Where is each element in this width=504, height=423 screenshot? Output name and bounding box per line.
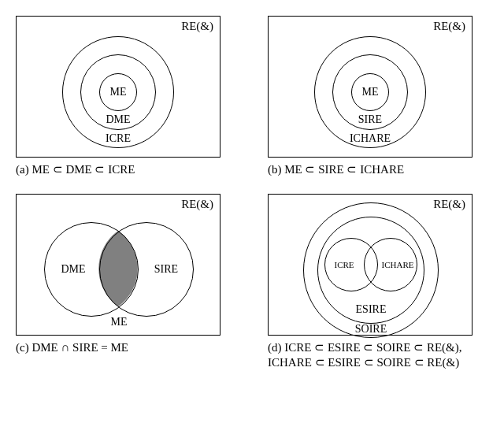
label-mid-a: DME bbox=[106, 113, 130, 126]
label-bottom-c: ME bbox=[111, 316, 128, 328]
panel-b-box: RE(&) ME SIRE ICHARE bbox=[268, 16, 472, 158]
panel-b-corner-label: RE(&) bbox=[433, 20, 465, 33]
label-right-d: ICHARE bbox=[382, 260, 414, 269]
panel-d-corner-label: RE(&) bbox=[433, 198, 465, 211]
label-outer-b: ICHARE bbox=[350, 132, 391, 145]
label-left-d: ICRE bbox=[334, 260, 354, 269]
panel-a-corner-label: RE(&) bbox=[181, 20, 213, 33]
circle-right-c bbox=[99, 222, 194, 317]
label-right-c: SIRE bbox=[154, 263, 178, 276]
label-outer-a: ICRE bbox=[106, 132, 131, 145]
panel-d-box: RE(&) ICRE ICHARE ESIRE SOIRE bbox=[268, 194, 472, 336]
caption-c: (c) DME ∩ SIRE = ME bbox=[16, 340, 228, 356]
label-inner-a: ME bbox=[110, 86, 127, 98]
label-mid-d: ESIRE bbox=[356, 303, 387, 316]
panel-c-box: RE(&) DME SIRE ME bbox=[16, 194, 220, 336]
panel-c: RE(&) DME SIRE ME (c) DME ∩ SIRE = ME bbox=[16, 194, 236, 371]
label-mid-b: SIRE bbox=[358, 113, 382, 126]
label-left-c: DME bbox=[61, 263, 85, 276]
label-outer-d: SOIRE bbox=[355, 323, 387, 336]
figure-grid: RE(&) ME DME ICRE (a) ME ⊂ DME ⊂ ICRE RE… bbox=[16, 16, 488, 371]
panel-d: RE(&) ICRE ICHARE ESIRE SOIRE (d) ICRE ⊂… bbox=[268, 194, 488, 371]
panel-b: RE(&) ME SIRE ICHARE (b) ME ⊂ SIRE ⊂ ICH… bbox=[268, 16, 488, 178]
panel-c-corner-label: RE(&) bbox=[181, 198, 213, 211]
caption-d: (d) ICRE ⊂ ESIRE ⊂ SOIRE ⊂ RE(&), ICHARE… bbox=[268, 340, 480, 371]
caption-a: (a) ME ⊂ DME ⊂ ICRE bbox=[16, 162, 228, 178]
panel-a-box: RE(&) ME DME ICRE bbox=[16, 16, 220, 158]
label-inner-b: ME bbox=[362, 86, 379, 98]
panel-a: RE(&) ME DME ICRE (a) ME ⊂ DME ⊂ ICRE bbox=[16, 16, 236, 178]
caption-b: (b) ME ⊂ SIRE ⊂ ICHARE bbox=[268, 162, 480, 178]
